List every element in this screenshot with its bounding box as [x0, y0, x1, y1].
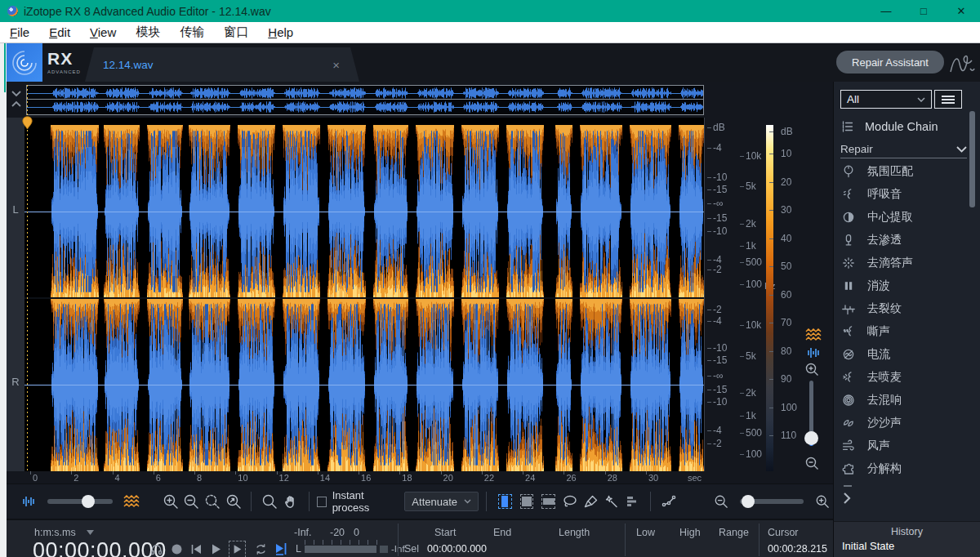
time-format-label[interactable]: h:m:s.ms [34, 527, 76, 538]
vertical-zoom-slider-knob[interactable] [804, 431, 818, 445]
izotope-waves-icon [11, 49, 38, 77]
module-item-de-wind[interactable]: 风声 [840, 434, 971, 457]
menu-item-模块[interactable]: 模块 [136, 25, 160, 40]
module-item-de-ess[interactable]: 嘶声 [840, 320, 971, 343]
playhead-marker[interactable] [22, 116, 33, 130]
zoom-selection-button[interactable] [202, 490, 223, 513]
adjust-selection-tool[interactable] [622, 490, 644, 513]
time-selection-tool[interactable] [498, 494, 512, 509]
hzoom-slider-knob[interactable] [742, 495, 755, 508]
module-item-de-rustle[interactable]: 沙沙声 [840, 412, 971, 434]
menu-item-view[interactable]: View [90, 25, 116, 39]
spectrogram-canvas[interactable] [24, 125, 704, 471]
module-item-label: 去滴答声 [867, 256, 913, 270]
zoom-in-vertical-icon[interactable] [804, 362, 820, 377]
module-item-de-plosive[interactable]: 去喷麦 [840, 366, 971, 389]
hzoom-in-button[interactable] [812, 490, 833, 513]
menu-item-edit[interactable]: Edit [49, 25, 70, 39]
blend-slider-track[interactable] [47, 499, 114, 504]
zoom-out-button[interactable] [181, 490, 203, 513]
draw-curve-tool[interactable] [658, 490, 679, 513]
repair-section-header[interactable]: Repair [840, 140, 967, 158]
module-item-de-click[interactable]: 去滴答声 [840, 252, 971, 274]
menu-item-窗口[interactable]: 窗口 [224, 25, 248, 40]
process-mode-dropdown[interactable]: Attenuate [404, 492, 479, 511]
panel-scrollbar[interactable] [969, 88, 975, 546]
waveform-overview[interactable] [26, 85, 704, 115]
play-selection-button[interactable] [229, 541, 246, 557]
collapse-overview-icon[interactable] [10, 88, 23, 109]
magnify-tool[interactable] [259, 490, 280, 513]
spectrogram-colorbar[interactable] [766, 125, 773, 471]
time-ruler[interactable]: 024681012141618202224262830sec [24, 471, 704, 483]
spectrogram-blend-icon[interactable] [805, 328, 822, 341]
center-extract-icon [840, 210, 857, 225]
time-format-dropdown-icon[interactable] [87, 530, 94, 535]
module-item-label: 嘶声 [867, 324, 890, 339]
menu-item-传输[interactable]: 传输 [180, 25, 204, 40]
module-item-de-clip[interactable]: 消波 [840, 274, 971, 297]
colorbar-label: dB [781, 126, 793, 137]
scale-label: 10k [746, 319, 761, 331]
zoom-in-button[interactable] [160, 490, 181, 513]
zoom-out-vertical-icon[interactable] [804, 456, 820, 471]
play-button[interactable] [210, 543, 222, 555]
blend-slider-knob[interactable] [82, 495, 95, 508]
loop-playback-button[interactable] [254, 542, 268, 556]
ambience-match-icon [840, 164, 857, 179]
tab-close-icon[interactable]: × [332, 58, 340, 72]
end-label: End [493, 527, 511, 538]
module-item-de-breath[interactable]: 呼吸音 [840, 183, 971, 206]
hzoom-out-button[interactable] [710, 490, 732, 513]
zoom-reset-button[interactable] [223, 490, 244, 513]
channel-strip: L R [7, 118, 24, 471]
waveform-blend-icon[interactable] [807, 346, 820, 359]
colorbar-label: 110 [781, 430, 796, 441]
module-item-de-crackle[interactable]: 去裂纹 [840, 297, 971, 320]
module-item-center-extract[interactable]: 中心提取 [840, 206, 971, 229]
panel-scrollbar-thumb[interactable] [969, 111, 975, 207]
overview-canvas[interactable] [27, 86, 703, 114]
menu-item-help[interactable]: Help [268, 25, 293, 39]
close-button[interactable]: ✕ [942, 0, 980, 22]
meter-ticks [305, 540, 378, 545]
magic-wand-selection-tool[interactable] [601, 490, 622, 513]
file-tab[interactable]: 12.14.wav × [85, 47, 359, 82]
module-filter-dropdown[interactable]: All [840, 90, 932, 109]
hand-tool[interactable] [280, 490, 301, 513]
module-item-de-reverb[interactable]: 去混响 [840, 389, 971, 412]
repair-assistant-button[interactable]: Repair Assistant [836, 51, 944, 74]
scale-label: 5k [746, 180, 756, 192]
panel-menu-button[interactable] [934, 90, 962, 109]
module-item-ambience-match[interactable]: 氛围匹配 [840, 160, 971, 183]
hzoom-slider-track[interactable] [740, 499, 804, 504]
expand-panel-chevron[interactable] [842, 492, 852, 505]
brush-selection-tool[interactable] [581, 490, 602, 513]
time-frequency-selection-tool[interactable] [520, 494, 534, 509]
module-item-dialogue-isolate[interactable]: 分解构 [840, 457, 971, 480]
scale-label: 500 [746, 427, 762, 439]
record-button[interactable] [171, 543, 183, 555]
playhead-line [27, 130, 28, 471]
menu-item-file[interactable]: File [10, 25, 29, 39]
loop-selection-toggle[interactable] [274, 541, 288, 556]
monitor-headphones-icon[interactable] [149, 542, 163, 556]
minimize-button[interactable]: — [867, 0, 905, 22]
go-to-start-button[interactable] [190, 543, 203, 555]
module-item-de-hum[interactable]: 电流 [840, 343, 971, 366]
spectrogram-display-icon[interactable] [121, 490, 142, 513]
meter-peak-box [380, 546, 388, 553]
lasso-selection-tool[interactable] [559, 490, 581, 513]
module-chain-item[interactable]: Module Chain [840, 116, 971, 137]
module-item-de-bleed[interactable]: 去渗透 [840, 229, 971, 252]
frequency-selection-tool[interactable] [541, 494, 555, 509]
instant-process-checkbox[interactable] [317, 497, 327, 507]
vertical-zoom-slider-track[interactable] [809, 381, 813, 434]
module-item-label: 去混响 [867, 393, 902, 408]
waveform-display-icon[interactable] [18, 490, 39, 513]
scale-label: -15 [713, 384, 727, 395]
maximize-button[interactable]: □ [905, 0, 942, 22]
instant-process-label: Instant process [332, 489, 399, 514]
history-entry[interactable]: Initial State [842, 540, 980, 552]
spectrogram-view[interactable] [24, 118, 704, 471]
